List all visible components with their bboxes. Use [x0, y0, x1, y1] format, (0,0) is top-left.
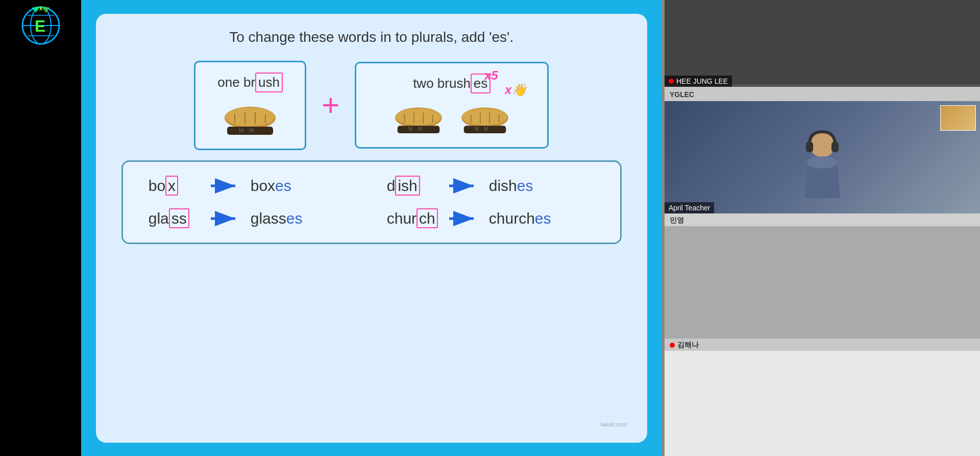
glass-ss-highlight: ss	[169, 208, 189, 228]
arrow-glass	[210, 211, 240, 226]
watermark: twinkl.com	[600, 421, 626, 427]
word-row-box: box boxes	[149, 177, 356, 195]
minying-tile	[665, 226, 980, 339]
brush-image-two-a: M M	[390, 101, 447, 137]
svg-text:M: M	[239, 127, 243, 133]
word-plural-boxes: boxes	[251, 177, 291, 195]
minying-label: 민영	[670, 216, 684, 224]
word-plural-dishes: dishes	[489, 177, 533, 195]
word-base-glass: glass	[149, 210, 200, 227]
plus-sign: +	[322, 90, 339, 121]
left-sidebar: E	[0, 0, 81, 456]
hee-jung-tile: HEE JUNG LEE	[665, 0, 980, 87]
brush-image-two-b: M M	[457, 101, 513, 137]
april-person-svg	[792, 127, 853, 198]
svg-text:M: M	[249, 127, 254, 133]
churches-es: es	[535, 210, 551, 227]
hee-jung-name: HEE JUNG LEE	[676, 77, 728, 85]
svg-rect-46	[831, 142, 839, 152]
word-base-church: church	[387, 210, 438, 227]
svg-rect-45	[806, 142, 813, 152]
right-panel: HEE JUNG LEE YGLEC	[665, 0, 980, 456]
april-thumb-inner	[941, 106, 975, 130]
annotation-x5: x5	[484, 68, 527, 83]
svg-text:M: M	[475, 126, 479, 132]
kimhaena-section: 김해나	[665, 339, 980, 351]
arrow-dish	[448, 178, 479, 194]
word-plural-glasses: glasses	[251, 210, 303, 227]
word-row-glass: glass glasses	[149, 210, 356, 227]
minying-section: 민영	[665, 213, 980, 226]
svg-point-19	[396, 108, 441, 125]
word-plural-churches: churches	[489, 210, 551, 227]
yglec-section: YGLEC	[665, 87, 980, 101]
svg-text:E: E	[35, 17, 45, 35]
yglec-label: YGLEC	[670, 90, 694, 99]
svg-point-47	[807, 156, 838, 169]
one-brush-card: one brush M M	[194, 61, 306, 150]
arrow-box	[210, 178, 240, 194]
word-base-box: box	[149, 177, 200, 195]
slide-title: To change these words in to plurals, add…	[229, 29, 513, 45]
kimhaena-mic-icon	[670, 343, 675, 348]
one-brush-label: one brush	[217, 73, 283, 92]
two-brush-images: M M M M	[390, 101, 513, 137]
hee-jung-video	[665, 0, 980, 84]
april-video	[665, 101, 980, 213]
brush-image-one: M M	[219, 100, 281, 138]
church-ch-highlight: ch	[416, 208, 438, 228]
april-teacher-tile: April Teacher	[665, 101, 980, 213]
twinkl-logo: E	[20, 5, 61, 46]
brush-section: one brush M M	[116, 61, 627, 150]
brush-highlight: ush	[255, 73, 283, 92]
svg-text:M: M	[408, 126, 412, 132]
svg-text:M: M	[484, 126, 488, 132]
april-teacher-name: April Teacher	[669, 204, 710, 212]
two-brushes-card: two brushes x5 x👋	[355, 62, 549, 149]
main-slide-area: To change these words in to plurals, add…	[81, 0, 661, 456]
annotation-xs: x👋	[505, 83, 527, 97]
word-base-dish: dish	[387, 177, 438, 195]
svg-point-10	[226, 108, 275, 126]
word-row-church: church churches	[387, 210, 595, 227]
arrow-church	[448, 211, 479, 226]
dishes-es: es	[517, 177, 533, 194]
word-row-dish: dish dishes	[387, 177, 595, 195]
hee-jung-name-badge: HEE JUNG LEE	[665, 76, 732, 87]
kimhaena-label: 김해나	[677, 341, 699, 350]
slide-container: To change these words in to plurals, add…	[96, 14, 647, 443]
boxes-es: es	[275, 177, 291, 194]
svg-point-28	[462, 108, 507, 125]
dish-ish-highlight: ish	[395, 176, 420, 196]
svg-text:M: M	[418, 126, 422, 132]
annotations: x5 x👋	[484, 68, 527, 97]
word-table: box boxes dish	[121, 160, 622, 244]
april-thumbnail	[940, 105, 976, 131]
april-name-badge: April Teacher	[665, 202, 714, 213]
glasses-es: es	[286, 210, 303, 227]
hee-jung-mic-icon	[669, 79, 674, 84]
box-x-highlight: x	[165, 176, 178, 196]
